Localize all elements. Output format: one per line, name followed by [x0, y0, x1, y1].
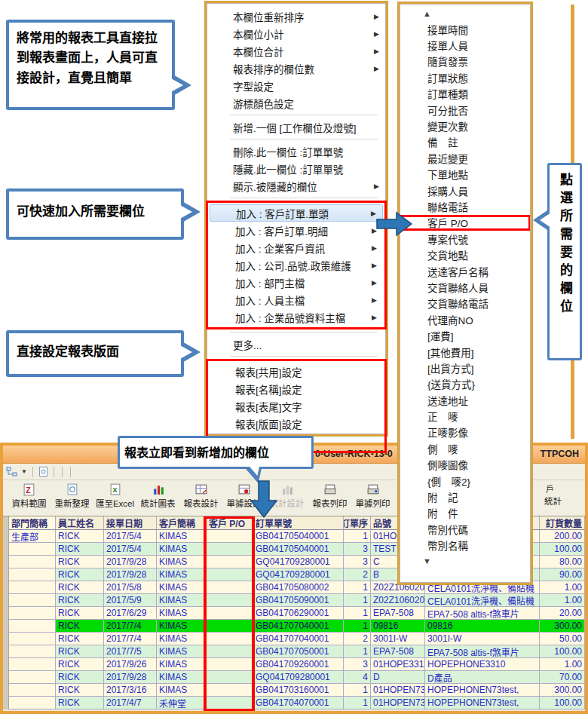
menu-item[interactable]: 加入 : 企業客戶資訊▶ — [210, 239, 383, 256]
field-item[interactable]: [出貨方式] — [400, 360, 530, 375]
field-item[interactable]: 附 記 — [400, 489, 530, 504]
menu-item[interactable]: 刪除.此一欄位 :訂單單號 — [207, 142, 385, 160]
menu-item[interactable]: 加入 : 客戶訂單.明細▶ — [210, 222, 383, 239]
field-item[interactable]: 幣別名稱 — [400, 538, 530, 553]
table-cell[interactable]: 90.00 — [540, 568, 585, 581]
field-item[interactable]: [運費] — [400, 327, 530, 343]
column-header[interactable]: 訂貨數量 — [540, 516, 585, 530]
table-cell[interactable]: RICK — [56, 697, 104, 709]
table-cell[interactable]: 1 — [344, 645, 371, 658]
column-header[interactable]: 訂單序 — [344, 516, 371, 530]
table-cell[interactable]: 3 — [344, 658, 371, 671]
table-cell[interactable]: KIMAS — [157, 645, 207, 658]
menu-item[interactable]: 報表[共用]設定 — [210, 363, 383, 380]
field-item[interactable]: 接單人員 — [400, 37, 530, 53]
toolbar-button-print-doc[interactable]: 單據列印 — [351, 483, 394, 514]
table-cell[interactable]: 200.00 — [540, 530, 585, 543]
table-cell[interactable]: 2017/7/4 — [104, 620, 157, 633]
table-cell[interactable]: HOPEPHONEN73test, — [425, 684, 540, 697]
table-cell[interactable]: 1 — [344, 620, 371, 633]
table-cell[interactable]: RICK — [56, 645, 104, 658]
field-item[interactable]: 代理商NO — [400, 311, 530, 327]
menu-item[interactable]: 加入 : 人員主檔▶ — [210, 291, 383, 308]
table-cell[interactable] — [207, 556, 253, 568]
row-indicator-strip[interactable] — [3, 530, 9, 543]
table-cell[interactable]: KIMAS — [157, 543, 207, 556]
column-header[interactable]: 接單日期 — [104, 516, 157, 530]
hierarchy-icon[interactable] — [6, 467, 18, 477]
table-cell[interactable]: EPA7-508 — [371, 645, 425, 658]
table-cell[interactable] — [207, 658, 253, 671]
toolbar-button-print-report[interactable]: 報表列印 — [308, 483, 351, 514]
table-cell[interactable]: KIMAS — [157, 658, 207, 671]
menu-item[interactable]: 本欄位重新排序▶ — [207, 8, 385, 25]
toolbar-button-data-range[interactable]: Z資料範圍 — [8, 483, 51, 514]
table-cell[interactable] — [207, 530, 253, 543]
row-indicator-strip[interactable] — [3, 658, 9, 671]
table-cell[interactable]: 2017/7/5 — [104, 645, 157, 658]
toolbar-button-report-design[interactable]: 報表設計 — [179, 483, 222, 514]
table-cell[interactable]: GB041705080002 — [253, 581, 344, 594]
table-cell[interactable]: GB041709260001 — [253, 658, 344, 671]
field-item[interactable]: 交貨地點 — [400, 247, 530, 262]
table-cell[interactable]: GB041707050001 — [253, 645, 344, 658]
table-cell[interactable]: GB041707040001 — [253, 633, 344, 645]
table-cell[interactable]: GB041704070001 — [253, 697, 344, 709]
menu-item[interactable]: 報表排序的欄位數▶ — [207, 60, 385, 77]
field-item[interactable]: 訂單種類 — [400, 86, 530, 102]
table-cell[interactable]: 2017/6/29 — [104, 607, 157, 620]
table-cell[interactable]: KIMAS — [157, 568, 207, 581]
menu-item[interactable]: 加入 : 企業品號資料主檔▶ — [210, 308, 383, 326]
field-item[interactable]: 客戶 P/O — [400, 215, 531, 231]
table-cell[interactable] — [207, 633, 253, 645]
table-cell[interactable]: GB041705040001 — [253, 530, 344, 543]
field-item[interactable]: 專案代號 — [400, 231, 530, 247]
menu-item[interactable]: 報表[版面]設定 — [210, 415, 383, 432]
menu-item[interactable]: 報表[名稱]設定 — [210, 380, 383, 397]
toolbar-button-refresh[interactable]: 重新整理 — [51, 483, 93, 514]
row-indicator-strip[interactable] — [3, 671, 9, 684]
table-cell[interactable]: 2 — [344, 568, 371, 581]
row-indicator-strip[interactable] — [3, 633, 9, 645]
table-cell[interactable]: 1.00 — [540, 658, 585, 671]
table-cell[interactable]: RICK — [56, 607, 104, 620]
table-cell[interactable]: 1.00 — [540, 581, 585, 594]
column-header[interactable]: 客戶簡稱 — [157, 516, 207, 530]
table-cell[interactable]: RICK — [56, 543, 104, 556]
table-cell[interactable]: 01HOPE3310 — [371, 658, 425, 671]
table-cell[interactable]: KIMAS — [157, 620, 207, 633]
field-item[interactable]: 採購人員 — [400, 182, 530, 198]
table-cell[interactable]: 3 — [344, 556, 371, 568]
field-item[interactable]: [其他費用] — [400, 344, 530, 360]
table-cell[interactable] — [9, 633, 56, 645]
table-cell[interactable]: 1 — [344, 697, 371, 709]
field-item[interactable]: 正嘜影像 — [400, 424, 530, 440]
table-cell[interactable]: RICK — [56, 568, 104, 581]
field-item[interactable]: 下單地點 — [400, 167, 530, 182]
menu-item[interactable]: 加入 : 公司.品號.政策維護▶ — [210, 256, 383, 274]
field-item[interactable]: 交貨聯絡人員 — [400, 279, 530, 295]
table-cell[interactable]: D — [371, 671, 425, 684]
table-cell[interactable]: D產品 — [425, 671, 540, 684]
row-indicator-strip[interactable] — [3, 620, 9, 633]
table-cell[interactable]: 300.00 — [540, 684, 585, 697]
table-cell[interactable]: Z02Z10602010 — [371, 594, 425, 607]
table-cell[interactable]: RICK — [56, 530, 104, 543]
table-cell[interactable]: KIMAS — [157, 594, 207, 607]
table-cell[interactable]: GB041705090001 — [253, 594, 344, 607]
table-cell[interactable] — [9, 697, 56, 709]
column-header[interactable]: 員工姓名 — [56, 516, 104, 530]
table-cell[interactable]: 1.00 — [540, 594, 585, 607]
field-item[interactable]: 訂單狀態 — [400, 69, 530, 85]
table-cell[interactable]: GQ041709280001 — [253, 556, 344, 568]
table-cell[interactable]: 1 — [344, 530, 371, 543]
menu-item[interactable]: 本欄位合計▶ — [207, 42, 385, 60]
table-cell[interactable]: 2017/4/7 — [104, 697, 157, 709]
menu-item[interactable]: 本欄位小計▶ — [207, 25, 385, 42]
table-cell[interactable]: KIMAS — [157, 671, 207, 684]
table-cell[interactable] — [9, 620, 56, 633]
table-cell[interactable]: 2017/5/4 — [104, 530, 157, 543]
table-cell[interactable] — [207, 684, 253, 697]
table-cell[interactable]: KIMAS — [157, 633, 207, 645]
field-item[interactable]: 隨貨發票 — [400, 54, 530, 69]
